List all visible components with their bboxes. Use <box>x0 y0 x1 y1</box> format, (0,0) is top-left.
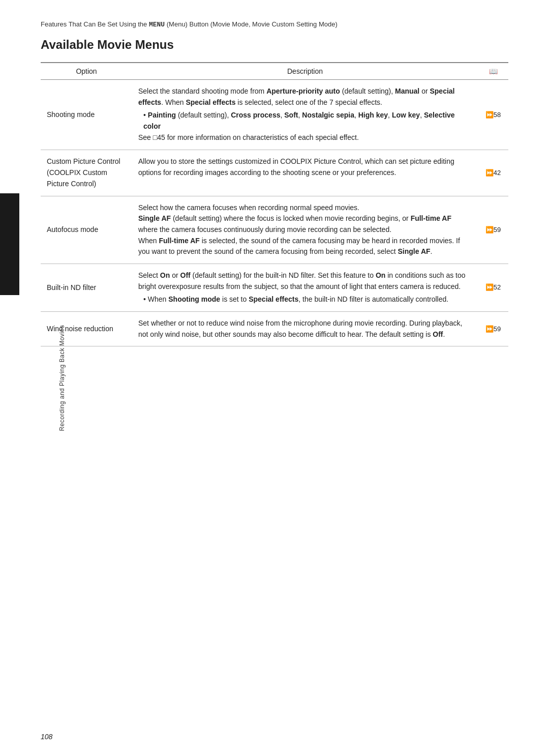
option-cell-nd-filter: Built-in ND filter <box>41 264 132 311</box>
page-ref-autofocus: ⏩59 <box>478 196 508 264</box>
col-header-icon: 📖 <box>478 63 508 80</box>
top-caption: Features That Can Be Set Using the MENU … <box>41 20 508 28</box>
menu-icon: MENU <box>149 21 165 28</box>
table-row: Wind noise reduction Set whether or not … <box>41 312 508 346</box>
desc-cell-shooting-mode: Select the standard shooting mode from A… <box>132 80 478 150</box>
desc-cell-wind-noise: Set whether or not to reduce wind noise … <box>132 312 478 346</box>
option-cell-custom-picture: Custom Picture Control (COOLPIX Custom P… <box>41 150 132 196</box>
table-row: Autofocus mode Select how the camera foc… <box>41 196 508 264</box>
page-ref-custom-picture: ⏩42 <box>478 150 508 196</box>
col-header-description: Description <box>132 63 478 80</box>
book-icon: 📖 <box>489 67 498 75</box>
option-cell-wind-noise: Wind noise reduction <box>41 312 132 346</box>
sidebar-bar <box>0 193 19 295</box>
table-row: Shooting mode Select the standard shooti… <box>41 80 508 150</box>
page-ref-nd-filter: ⏩52 <box>478 264 508 311</box>
sidebar-label: Recording and Playing Back Movies <box>58 325 66 431</box>
ref-icon-custom: ⏩42 <box>485 168 501 178</box>
ref-icon-shooting: ⏩58 <box>485 110 501 120</box>
page-title: Available Movie Menus <box>41 38 508 52</box>
option-cell-autofocus: Autofocus mode <box>41 196 132 264</box>
ref-icon-wind: ⏩59 <box>485 324 501 334</box>
desc-cell-nd-filter: Select On or Off (default setting) for t… <box>132 264 478 311</box>
col-header-option: Option <box>41 63 132 80</box>
ref-icon-autofocus: ⏩59 <box>485 225 501 235</box>
table-row: Built-in ND filter Select On or Off (def… <box>41 264 508 311</box>
page-ref-shooting-mode: ⏩58 <box>478 80 508 150</box>
desc-cell-custom-picture: Allow you to store the settings customiz… <box>132 150 478 196</box>
movie-menus-table: Option Description 📖 Shooting mode Selec… <box>41 62 508 346</box>
desc-cell-autofocus: Select how the camera focuses when recor… <box>132 196 478 264</box>
option-cell-shooting-mode: Shooting mode <box>41 80 132 150</box>
page-number: 108 <box>41 733 52 741</box>
page-ref-wind-noise: ⏩59 <box>478 312 508 346</box>
table-row: Custom Picture Control (COOLPIX Custom P… <box>41 150 508 196</box>
ref-icon-nd: ⏩52 <box>485 282 501 293</box>
